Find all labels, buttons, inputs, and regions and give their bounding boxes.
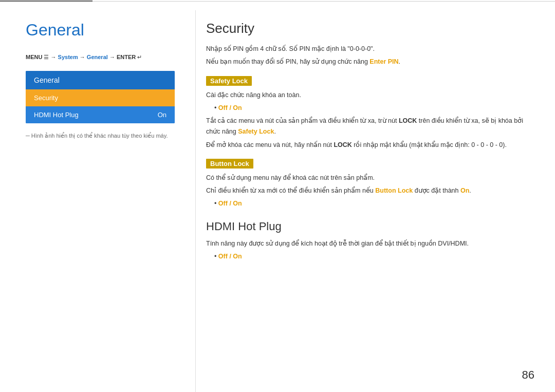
hdmi-off-on: Off / On [218,253,242,260]
button-lock-ref: Button Lock [375,187,413,194]
safety-lock-title: Safety Lock [206,76,252,86]
button-lock-off-on: Off / On [218,200,242,207]
button-lock-bullet: Off / On [214,198,529,209]
arrow1: → [80,54,87,60]
page-container: General MENU ☰ → System → General → ENTE… [0,0,555,392]
intro-line-2: Nếu bạn muốn thay đổi số PIN, hãy sử dụn… [206,57,529,67]
safety-lock-off-on: Off / On [218,104,242,111]
right-panel: Security Nhập số PIN gồm 4 chữ số. Số PI… [195,10,555,392]
menu-path: MENU ☰ → System → General → ENTER ↵ [26,54,175,61]
hdmi-section-title: HDMI Hot Plug [206,220,529,233]
system-label: System [58,54,78,60]
hdmi-desc: Tính năng này được sử dụng để kích hoạt … [206,238,529,249]
hdmi-bullet: Off / On [214,251,529,262]
safety-lock-extra-1: Tắt cả các menu và nút của sản phẩm và đ… [206,116,529,138]
note-text: Hình ảnh hiển thị có thể khác nhau tùy t… [26,133,175,139]
button-lock-desc-2: Chỉ điều khiển từ xa mới có thể điều khi… [206,185,529,196]
enter-pin-link: Enter PIN [369,58,398,65]
menu-box: General Security HDMI Hot Plug On [26,71,175,123]
safety-lock-desc-1: Cài đặc chức năng khóa an toàn. [206,90,529,101]
intro-line-1: Nhập số PIN gồm 4 chữ số. Số PIN mặc địn… [206,44,529,54]
menu-header: General [26,71,175,89]
menu-label: MENU [26,54,42,60]
button-lock-desc-1: Có thể sử dụng menu này để khoá các nút … [206,173,529,183]
left-panel: General MENU ☰ → System → General → ENTE… [0,10,195,392]
menu-item-security-label: Security [34,94,58,102]
page-number: 86 [522,368,534,382]
button-lock-on-ref: On [460,187,469,194]
button-lock-section: Button Lock Có thể sử dụng menu này để k… [206,159,529,210]
safety-lock-bullet: Off / On [214,103,529,114]
enter-label: ENTER [117,54,136,60]
menu-item-hdmi[interactable]: HDMI Hot Plug On [26,106,175,123]
menu-item-hdmi-label: HDMI Hot Plug [34,111,79,119]
arrow2: → [109,54,117,60]
menu-item-hdmi-value: On [158,111,166,119]
top-border [0,0,555,2]
menu-symbol: ☰ → [44,54,58,60]
page-title: General [26,21,175,40]
safety-lock-section: Safety Lock Cài đặc chức năng khóa an to… [206,76,529,151]
general-label: General [87,54,108,60]
safety-lock-ref: Safety Lock [238,128,274,135]
menu-item-security[interactable]: Security [26,89,175,106]
safety-lock-extra-2: Để mở khóa các menu và nút, hãy nhấn nút… [206,140,529,151]
button-lock-title: Button Lock [206,159,253,169]
enter-symbol: ↵ [137,54,142,60]
section-title: Security [206,21,529,36]
